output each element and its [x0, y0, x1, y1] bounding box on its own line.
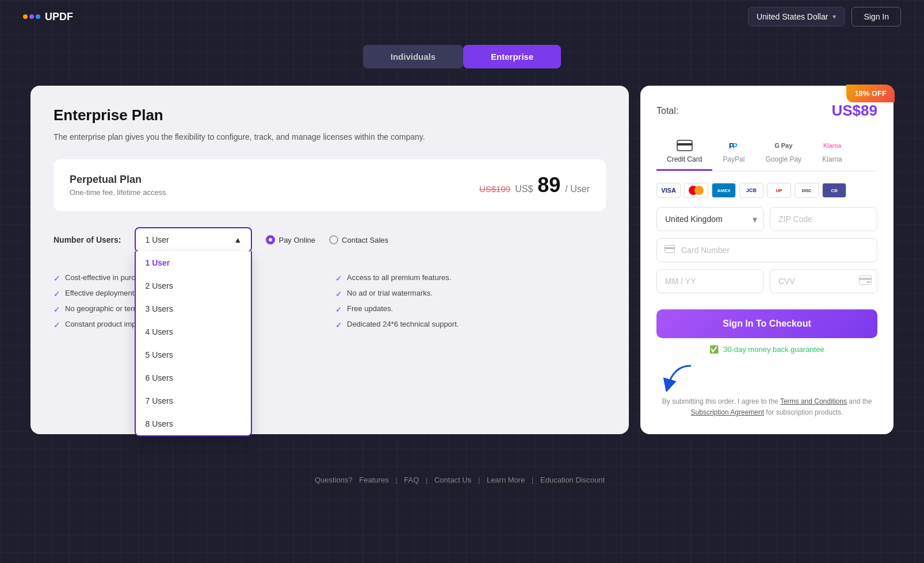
feature-7: ✓ Free updates. [335, 304, 606, 314]
chevron-down-icon: ▾ [833, 13, 836, 21]
dropdown-item-1[interactable]: 1 User [136, 251, 251, 274]
credit-card-icon [675, 139, 694, 152]
footer: Questions? Features | FAQ | Contact Us |… [0, 469, 924, 491]
amex-card-icon: AMEX [712, 183, 736, 198]
footer-link-contact[interactable]: Contact Us [430, 476, 476, 484]
radio-pay-online-label: Pay Online [278, 236, 315, 244]
current-price: 89 [537, 173, 560, 197]
check-icon-5: ✓ [335, 274, 342, 283]
signin-button[interactable]: Sign In [852, 7, 901, 26]
users-label: Number of Users: [54, 235, 121, 244]
expiry-field [656, 269, 764, 293]
subscription-agreement-link[interactable]: Subscription Agreement [691, 408, 764, 416]
footer-link-learn-more[interactable]: Learn More [482, 476, 529, 484]
expiry-cvv-row [656, 269, 877, 293]
radio-circle-contact-sales [329, 235, 338, 244]
country-zip-row: United Kingdom United States [656, 207, 877, 231]
feature-text-5: Access to all premium features. [347, 273, 451, 282]
pricing-plan-name: Perpetual Plan [70, 174, 166, 186]
radio-contact-sales-label: Contact Sales [342, 236, 388, 244]
selected-user-label: 1 User [145, 235, 169, 244]
feature-text-7: Free updates. [347, 304, 393, 313]
plan-description: The enterprise plan gives you the flexib… [54, 131, 606, 143]
terms-conditions-link[interactable]: Terms and Conditions [780, 397, 847, 405]
country-select[interactable]: United Kingdom United States [656, 207, 764, 231]
googlepay-label: Google Pay [765, 155, 801, 163]
payment-tab-paypal[interactable]: P P PayPal [712, 133, 755, 171]
check-icon-7: ✓ [335, 305, 342, 314]
dropdown-item-2[interactable]: 2 Users [136, 274, 251, 297]
radio-circle-pay-online [266, 235, 275, 244]
feature-text-8: Dedicated 24*6 technical support. [347, 320, 459, 328]
chevron-up-icon: ▲ [234, 235, 242, 244]
dropdown-item-8[interactable]: 8 Users [136, 412, 251, 435]
pricing-card-right: US$109 US$ 89 / User [479, 173, 590, 197]
tab-individuals[interactable]: Individuals [363, 45, 463, 68]
radio-contact-sales[interactable]: Contact Sales [329, 235, 388, 244]
payment-tab-credit-card[interactable]: Credit Card [656, 133, 712, 171]
users-select-button[interactable]: 1 User ▲ [136, 228, 251, 251]
check-icon-1: ✓ [54, 274, 60, 283]
svg-rect-7 [860, 278, 872, 280]
left-panel: Enterprise Plan The enterprise plan give… [30, 86, 629, 434]
check-icon-2: ✓ [54, 289, 60, 298]
unionpay-icon: UP [767, 183, 791, 198]
feature-5: ✓ Access to all premium features. [335, 273, 606, 283]
footer-questions: Questions? [315, 476, 353, 484]
price-prefix: US$ [515, 184, 533, 194]
card-number-input[interactable] [656, 238, 877, 262]
radio-pay-online[interactable]: Pay Online [266, 235, 315, 244]
guarantee-icon: ✅ [709, 345, 719, 354]
radio-options: Pay Online Contact Sales [266, 235, 388, 244]
footer-link-education-discount[interactable]: Education Discount [536, 476, 609, 484]
dropdown-item-5[interactable]: 5 Users [136, 343, 251, 366]
footer-link-faq[interactable]: FAQ [399, 476, 423, 484]
price-suffix: / User [565, 184, 590, 194]
dropdown-item-4[interactable]: 4 Users [136, 320, 251, 343]
feature-text-6: No ad or trial watermarks. [347, 289, 433, 297]
dropdown-item-7[interactable]: 7 Users [136, 389, 251, 412]
check-icon-6: ✓ [335, 289, 342, 298]
currency-selector[interactable]: United States Dollar ▾ [748, 7, 845, 26]
guarantee-text: ✅ 30-day money back guarantee [656, 345, 877, 354]
pricing-card: Perpetual Plan One-time fee, lifetime ac… [54, 159, 606, 211]
total-label: Total: [656, 106, 678, 116]
svg-rect-1 [677, 143, 692, 145]
tab-enterprise[interactable]: Enterprise [463, 45, 561, 68]
jcb-card-icon: JCB [739, 183, 763, 198]
expiry-input[interactable] [656, 269, 764, 293]
visa-card-icon: VISA [656, 183, 681, 198]
check-icon-4: ✓ [54, 320, 60, 330]
dropdown-item-3[interactable]: 3 Users [136, 297, 251, 320]
checkout-panel: 18% OFF Total: US$89 Credit Card P [640, 86, 894, 434]
logo: UPDF [23, 11, 73, 23]
dropdown-item-6[interactable]: 6 Users [136, 366, 251, 389]
footer-link-features[interactable]: Features [354, 476, 393, 484]
header: UPDF United States Dollar ▾ Sign In [0, 0, 924, 33]
other-card-icon: CB [822, 183, 846, 198]
feature-6: ✓ No ad or trial watermarks. [335, 289, 606, 298]
check-icon-8: ✓ [335, 320, 342, 330]
checkout-button[interactable]: Sign In To Checkout [656, 309, 877, 338]
cvv-icon [859, 275, 872, 287]
currency-label: United States Dollar [757, 12, 828, 21]
cvv-field [770, 269, 877, 293]
header-right: United States Dollar ▾ Sign In [748, 7, 901, 26]
blue-arrow-icon [656, 363, 702, 392]
payment-tab-klarna[interactable]: Klarna Klarna [812, 133, 853, 171]
card-icons-row: VISA AMEX JCB UP DISC CB [656, 183, 877, 198]
country-select-wrapper: United Kingdom United States [656, 207, 764, 231]
arrow-annotation [656, 363, 877, 392]
zip-input[interactable] [770, 207, 877, 231]
pricing-plan-subtitle: One-time fee, lifetime access [70, 188, 166, 197]
card-number-icon [665, 245, 675, 255]
users-dropdown: 1 User 2 Users 3 Users 4 Users 5 Users 6… [135, 251, 252, 436]
plan-title: Enterprise Plan [54, 106, 606, 124]
svg-rect-8 [866, 281, 870, 283]
paypal-label: PayPal [723, 155, 744, 163]
svg-text:P: P [732, 141, 738, 150]
svg-rect-5 [665, 247, 675, 249]
payment-method-tabs: Credit Card P P PayPal G Pay Google Pay … [656, 133, 877, 171]
payment-tab-googlepay[interactable]: G Pay Google Pay [755, 133, 812, 171]
logo-dot-1 [23, 14, 28, 19]
